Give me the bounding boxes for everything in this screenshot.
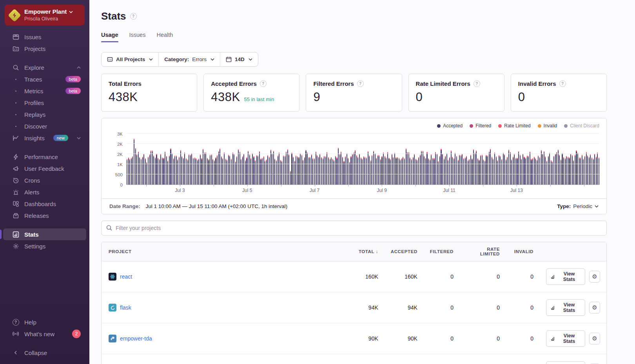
chart-bar[interactable] xyxy=(545,156,546,185)
chart-bar[interactable] xyxy=(283,156,284,185)
chart-bar[interactable] xyxy=(259,151,260,185)
chart-bar[interactable] xyxy=(553,156,554,185)
chart-bar[interactable] xyxy=(435,152,436,185)
chart-bar[interactable] xyxy=(482,155,483,185)
sidebar-item-releases[interactable]: Releases xyxy=(3,210,86,221)
chart-bar[interactable] xyxy=(248,151,249,185)
chart-bar[interactable] xyxy=(341,152,341,185)
chart-bar[interactable] xyxy=(566,156,567,185)
chart-bar[interactable] xyxy=(403,157,403,185)
chart-bar[interactable] xyxy=(170,148,171,185)
chart-bar[interactable] xyxy=(218,151,219,185)
chart-bar[interactable] xyxy=(534,157,535,185)
chart-bar[interactable] xyxy=(463,158,464,185)
chart-bar[interactable] xyxy=(350,156,351,185)
chart-bar[interactable] xyxy=(201,158,202,185)
chart-bar[interactable] xyxy=(503,153,504,185)
project-filter-dropdown[interactable]: All Projects xyxy=(102,53,158,66)
chart-bar[interactable] xyxy=(524,157,524,185)
chart-bar[interactable] xyxy=(274,159,275,185)
chart-bar[interactable] xyxy=(525,158,526,185)
chart-bar[interactable] xyxy=(552,161,553,185)
chart-bar[interactable] xyxy=(189,154,189,185)
project-settings-gear-button[interactable]: ⚙ xyxy=(589,333,600,344)
chart-bar[interactable] xyxy=(469,159,470,185)
column-header-invalid[interactable]: INVALID xyxy=(506,242,540,261)
chart-bar[interactable] xyxy=(191,153,192,185)
view-stats-button[interactable]: View Stats xyxy=(546,330,585,347)
chart-bar[interactable] xyxy=(184,152,185,185)
chart-bar[interactable] xyxy=(539,157,540,185)
legend-item-accepted[interactable]: Accepted xyxy=(437,123,463,129)
chart-bar[interactable] xyxy=(314,158,315,185)
chart-bar[interactable] xyxy=(546,161,547,185)
chart-bar[interactable] xyxy=(203,149,203,185)
chart-bar[interactable] xyxy=(222,158,223,185)
chart-bar[interactable] xyxy=(231,159,232,185)
chart-bar[interactable] xyxy=(343,161,344,185)
chart-bar[interactable] xyxy=(296,156,296,185)
chart-bar[interactable] xyxy=(179,157,180,185)
chart-bar[interactable] xyxy=(582,155,582,185)
sidebar-section-explore[interactable]: Explore xyxy=(3,62,86,73)
chart-bar[interactable] xyxy=(532,158,533,185)
legend-item-rate-limited[interactable]: Rate Limited xyxy=(498,123,530,129)
chart-bar[interactable] xyxy=(187,159,188,185)
chart-bar[interactable] xyxy=(131,158,132,185)
sidebar-item-crons[interactable]: Crons xyxy=(3,174,86,186)
chart-bar[interactable] xyxy=(506,159,506,185)
chart-bar[interactable] xyxy=(252,153,253,185)
chart-bar[interactable] xyxy=(158,158,158,185)
chart-bar[interactable] xyxy=(504,154,505,185)
chart-bar[interactable] xyxy=(160,154,161,185)
view-stats-button[interactable]: View Stats xyxy=(546,361,585,364)
chart-bar[interactable] xyxy=(580,158,581,185)
chart-bar[interactable] xyxy=(354,152,354,185)
chart-bar[interactable] xyxy=(305,150,306,185)
tab-health[interactable]: Health xyxy=(156,32,173,42)
help-icon[interactable]: ? xyxy=(260,80,267,87)
sidebar-item-issues[interactable]: Issues xyxy=(3,31,86,43)
chart-bar[interactable] xyxy=(143,154,144,185)
chart-bar[interactable] xyxy=(407,152,408,185)
sidebar-item-profiles[interactable]: Profiles xyxy=(3,97,86,109)
chart-bar[interactable] xyxy=(169,156,170,185)
chart-bar[interactable] xyxy=(565,158,566,185)
chart-bar[interactable] xyxy=(287,149,288,185)
chart-bar[interactable] xyxy=(359,154,360,185)
chart-bar[interactable] xyxy=(404,158,405,185)
chart-bar[interactable] xyxy=(327,152,327,185)
chart-bar[interactable] xyxy=(253,156,254,185)
chart-bar[interactable] xyxy=(166,156,167,185)
chart-bar[interactable] xyxy=(238,149,239,185)
chart-bar[interactable] xyxy=(454,158,454,185)
chart-bar[interactable] xyxy=(555,154,556,185)
chart-bar[interactable] xyxy=(523,154,523,185)
chart-bar[interactable] xyxy=(451,150,452,185)
chart-bar[interactable] xyxy=(394,153,395,185)
chart-bar[interactable] xyxy=(383,152,384,185)
chart-bar[interactable] xyxy=(293,157,294,185)
chart-bar[interactable] xyxy=(418,157,419,185)
chart-bar[interactable] xyxy=(159,159,160,185)
chart-bar[interactable] xyxy=(190,155,191,185)
chart-bar[interactable] xyxy=(241,159,241,185)
chart-bar[interactable] xyxy=(312,158,313,185)
chart-bar[interactable] xyxy=(530,152,530,185)
chart-bar[interactable] xyxy=(249,154,250,185)
chart-bar[interactable] xyxy=(348,158,348,185)
chart-bar[interactable] xyxy=(183,158,184,185)
chart-bar[interactable] xyxy=(577,153,578,185)
chart-bar[interactable] xyxy=(270,150,271,185)
chart-bar[interactable] xyxy=(310,157,310,185)
chart-bar[interactable] xyxy=(165,152,165,185)
chart-bar[interactable] xyxy=(149,154,150,185)
chart-bar[interactable] xyxy=(228,155,229,185)
chart-bar[interactable] xyxy=(423,151,423,185)
sidebar-item-stats[interactable]: Stats xyxy=(3,228,86,240)
chart-bar[interactable] xyxy=(408,152,409,185)
chart-bar[interactable] xyxy=(242,156,243,185)
chart-bar[interactable] xyxy=(217,155,218,185)
chart-bar[interactable] xyxy=(300,153,301,185)
chart-bar[interactable] xyxy=(381,156,382,185)
